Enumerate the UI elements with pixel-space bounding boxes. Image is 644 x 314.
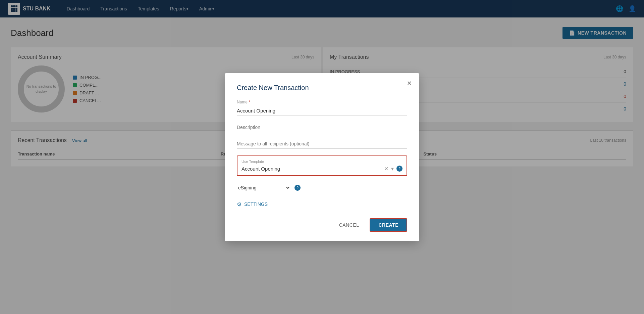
modal-title: Create New Transaction: [237, 84, 407, 92]
template-label: Use Template: [241, 160, 402, 164]
create-button[interactable]: CREATE: [370, 218, 407, 227]
template-group: Use Template Account Opening ✕ ▾ ?: [237, 155, 407, 176]
modal-overlay[interactable]: ✕ Create New Transaction Name * Use Temp…: [0, 0, 644, 226]
signing-group: eSigning ?: [237, 183, 407, 193]
template-actions: ✕ ▾ ?: [384, 166, 402, 172]
template-clear-icon[interactable]: ✕: [384, 166, 388, 172]
create-transaction-modal: ✕ Create New Transaction Name * Use Temp…: [225, 73, 419, 227]
template-help-icon[interactable]: ?: [396, 166, 402, 172]
description-input[interactable]: [237, 123, 407, 132]
message-input[interactable]: [237, 139, 407, 149]
template-select-row: Account Opening ✕ ▾ ?: [241, 166, 402, 172]
signing-help-icon[interactable]: ?: [294, 185, 301, 191]
description-form-group: [237, 123, 407, 132]
signing-select[interactable]: eSigning: [237, 183, 290, 193]
settings-row[interactable]: ⚙ SETTINGS: [237, 201, 407, 208]
message-form-group: [237, 139, 407, 149]
settings-gear-icon: ⚙: [237, 201, 241, 208]
modal-close-button[interactable]: ✕: [405, 79, 414, 88]
name-label: Name *: [237, 100, 407, 104]
modal-footer: CANCEL CREATE: [237, 218, 407, 227]
cancel-button[interactable]: CANCEL: [334, 219, 365, 227]
template-value: Account Opening: [241, 166, 384, 172]
name-input[interactable]: [237, 106, 407, 116]
settings-label: SETTINGS: [244, 201, 268, 207]
template-chevron-icon[interactable]: ▾: [391, 166, 394, 172]
name-form-group: Name *: [237, 100, 407, 116]
